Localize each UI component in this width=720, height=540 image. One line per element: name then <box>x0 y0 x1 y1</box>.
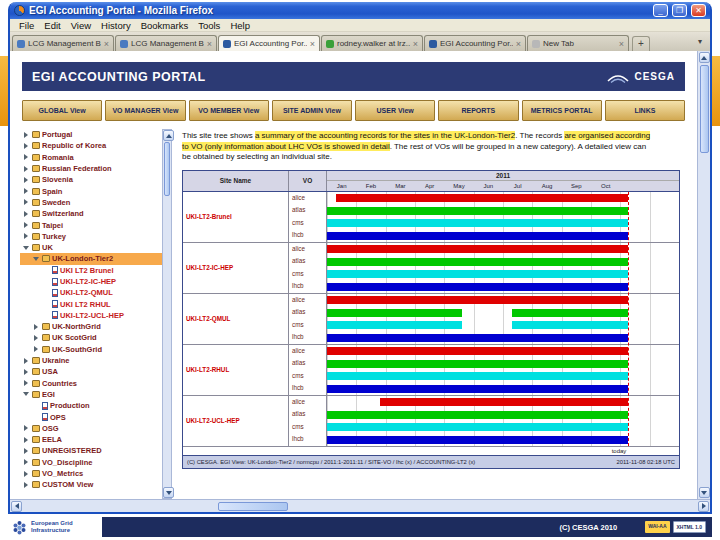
expand-icon[interactable] <box>22 132 30 138</box>
page-scroll-thumb[interactable] <box>700 65 709 153</box>
expand-icon[interactable] <box>22 471 30 477</box>
tree-item-sweden[interactable]: Sweden <box>20 197 162 208</box>
tab-lcg-management-b[interactable]: LCG Management B...× <box>12 35 114 51</box>
tab-lcg-management-b[interactable]: LCG Management B...× <box>115 35 217 51</box>
tree-item-eela[interactable]: EELA <box>20 434 162 445</box>
nav-button-vo-member-view[interactable]: VO MEMBER View <box>189 100 269 121</box>
tree-item-uki-lt2-rhul[interactable]: UKI LT2 RHUL <box>20 298 162 309</box>
maximize-button[interactable]: ❐ <box>672 4 687 17</box>
collapse-icon[interactable] <box>22 246 30 250</box>
tab-new-tab[interactable]: New Tab× <box>527 35 629 51</box>
expand-icon[interactable] <box>22 425 30 431</box>
tree-item-republic-of-korea[interactable]: Republic of Korea <box>20 140 162 151</box>
tree-item-custom-view[interactable]: CUSTOM View <box>20 479 162 490</box>
tree-item-spain[interactable]: Spain <box>20 185 162 196</box>
collapse-icon[interactable] <box>22 392 30 396</box>
nav-button-global-view[interactable]: GLOBAL View <box>22 100 102 121</box>
nav-button-metrics-portal[interactable]: METRICS PORTAL <box>522 100 602 121</box>
expand-icon[interactable] <box>22 369 30 375</box>
tree-item-vo-metrics[interactable]: VO_Metrics <box>20 468 162 479</box>
tree-item-uk-london-tier2[interactable]: UK-London-Tier2 <box>20 253 162 264</box>
tree-item-switzerland[interactable]: Switzerland <box>20 208 162 219</box>
tab-close-icon[interactable]: × <box>207 40 212 48</box>
tree-item-uki-lt2-brunel[interactable]: UKI LT2 Brunel <box>20 265 162 276</box>
tree-item-unregistered[interactable]: UNREGISTERED <box>20 445 162 456</box>
nav-button-links[interactable]: LINKS <box>605 100 685 121</box>
xhtml-badge[interactable]: XHTML 1.0 <box>673 521 706 533</box>
tab-close-icon[interactable]: × <box>413 40 418 48</box>
menu-item-history[interactable]: History <box>96 20 136 31</box>
tree-item-uki-lt2-ic-hep[interactable]: UKI-LT2-IC-HEP <box>20 276 162 287</box>
expand-icon[interactable] <box>22 233 30 239</box>
expand-icon[interactable] <box>22 459 30 465</box>
tree-item-production[interactable]: Production <box>20 400 162 411</box>
site-name[interactable]: UKI-LT2-IC-HEP <box>183 243 289 293</box>
expand-icon[interactable] <box>22 482 30 488</box>
tree-item-uki-lt2-ucl-hep[interactable]: UKI-LT2-UCL-HEP <box>20 310 162 321</box>
window-titlebar[interactable]: EGI Accounting Portal - Mozilla Firefox … <box>10 2 710 19</box>
expand-icon[interactable] <box>22 448 30 454</box>
tree-item-uk-scotgrid[interactable]: UK ScotGrid <box>20 332 162 343</box>
wai-aa-badge[interactable]: WAI-AA <box>645 521 669 533</box>
tree-item-uk[interactable]: UK <box>20 242 162 253</box>
expand-icon[interactable] <box>32 335 40 341</box>
tree-item-slovenia[interactable]: Slovenia <box>20 174 162 185</box>
horizontal-scrollbar[interactable] <box>10 499 710 512</box>
tree-item-egi[interactable]: EGI <box>20 389 162 400</box>
tree-item-ukraine[interactable]: Ukraine <box>20 355 162 366</box>
tab-rodney-walker-at-lrz[interactable]: rodney.walker at lrz...× <box>321 35 423 51</box>
new-tab-button[interactable]: + <box>632 36 650 51</box>
expand-icon[interactable] <box>22 188 30 194</box>
expand-icon[interactable] <box>22 211 30 217</box>
close-button[interactable]: ✕ <box>691 4 706 17</box>
minimize-button[interactable]: _ <box>653 4 668 17</box>
nav-button-user-view[interactable]: USER View <box>355 100 435 121</box>
scroll-right-icon[interactable] <box>698 501 709 512</box>
menu-item-tools[interactable]: Tools <box>193 20 225 31</box>
scroll-up-icon[interactable] <box>699 52 710 63</box>
tree-item-osg[interactable]: OSG <box>20 423 162 434</box>
expand-icon[interactable] <box>22 154 30 160</box>
site-name[interactable]: UKI-LT2-UCL-HEP <box>183 396 289 446</box>
tree-item-ops[interactable]: OPS <box>20 411 162 422</box>
tree-item-portugal[interactable]: Portugal <box>20 129 162 140</box>
expand-icon[interactable] <box>22 222 30 228</box>
sidebar-scroll-thumb[interactable] <box>164 142 170 196</box>
expand-icon[interactable] <box>22 177 30 183</box>
menu-item-view[interactable]: View <box>66 20 96 31</box>
tab-close-icon[interactable]: × <box>310 40 315 48</box>
tree-item-russian-federation[interactable]: Russian Federation <box>20 163 162 174</box>
tree-item-uk-northgrid[interactable]: UK-NorthGrid <box>20 321 162 332</box>
expand-icon[interactable] <box>22 358 30 364</box>
horizontal-scroll-thumb[interactable] <box>218 502 288 511</box>
tree-item-uki-lt2-qmul[interactable]: UKI-LT2-QMUL <box>20 287 162 298</box>
tree-item-usa[interactable]: USA <box>20 366 162 377</box>
expand-icon[interactable] <box>32 324 40 330</box>
expand-icon[interactable] <box>32 346 40 352</box>
tree-item-uk-southgrid[interactable]: UK-SouthGrid <box>20 344 162 355</box>
expand-icon[interactable] <box>22 199 30 205</box>
scroll-down-icon[interactable] <box>699 487 710 498</box>
site-name[interactable]: UKI-LT2-QMUL <box>183 294 289 344</box>
tree-item-romania[interactable]: Romania <box>20 152 162 163</box>
nav-button-site-admin-view[interactable]: SITE ADMIN View <box>272 100 352 121</box>
expand-icon[interactable] <box>22 437 30 443</box>
tree-item-vo-discipline[interactable]: VO_Discipline <box>20 457 162 468</box>
expand-icon[interactable] <box>22 143 30 149</box>
tree-item-turkey[interactable]: Turkey <box>20 231 162 242</box>
menu-item-bookmarks[interactable]: Bookmarks <box>136 20 194 31</box>
tab-egi-accounting-por[interactable]: EGI Accounting Por...× <box>424 35 526 51</box>
nav-button-reports[interactable]: REPORTS <box>438 100 518 121</box>
tab-close-icon[interactable]: × <box>619 40 624 48</box>
site-name[interactable]: UKI-LT2-RHUL <box>183 345 289 395</box>
tab-close-icon[interactable]: × <box>516 40 521 48</box>
tab-close-icon[interactable]: × <box>104 40 109 48</box>
vertical-scrollbar[interactable] <box>697 51 710 499</box>
menu-item-file[interactable]: File <box>14 20 39 31</box>
tab-egi-accounting-por[interactable]: EGI Accounting Por...× <box>218 35 320 51</box>
sidebar-scrollbar[interactable] <box>162 129 172 499</box>
nav-button-vo-manager-view[interactable]: VO MANAGER View <box>105 100 185 121</box>
list-all-tabs-button[interactable]: ▾ <box>692 37 708 46</box>
tree-item-taipei[interactable]: Taipei <box>20 219 162 230</box>
expand-icon[interactable] <box>22 166 30 172</box>
